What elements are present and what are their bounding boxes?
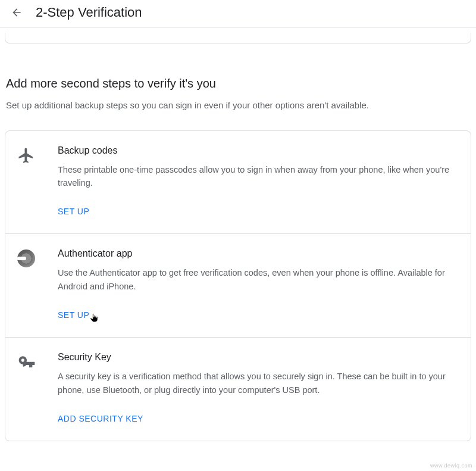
option-content: Backup codes These printable one-time pa… <box>58 145 456 217</box>
previous-card-bottom <box>5 33 471 43</box>
arrow-left-icon <box>11 7 23 18</box>
option-title: Security Key <box>58 352 456 363</box>
option-backup-codes: Backup codes These printable one-time pa… <box>5 131 471 234</box>
add-security-key-button[interactable]: ADD SECURITY KEY <box>58 414 143 423</box>
section-heading: Add more second steps to verify it's you <box>5 77 471 91</box>
option-title: Authenticator app <box>58 248 456 259</box>
section-add-steps: Add more second steps to verify it's you… <box>0 77 476 441</box>
authenticator-icon <box>17 248 39 320</box>
setup-backup-codes-button[interactable]: SET UP <box>58 207 89 216</box>
top-header: 2-Step Verification <box>0 0 476 28</box>
option-content: Security Key A security key is a verific… <box>58 352 456 424</box>
options-card: Backup codes These printable one-time pa… <box>5 130 471 442</box>
option-title: Backup codes <box>58 145 456 156</box>
key-icon <box>17 352 39 424</box>
setup-authenticator-button[interactable]: SET UP <box>58 310 89 320</box>
section-subheading: Set up additional backup steps so you ca… <box>5 99 471 113</box>
option-authenticator-app: Authenticator app Use the Authenticator … <box>5 233 471 337</box>
pointer-cursor-icon <box>89 312 99 326</box>
option-description: These printable one-time passcodes allow… <box>58 163 456 190</box>
option-content: Authenticator app Use the Authenticator … <box>58 248 456 320</box>
option-description: Use the Authenticator app to get free ve… <box>58 266 456 293</box>
airplane-icon <box>17 145 39 217</box>
back-button[interactable] <box>10 5 24 20</box>
option-description: A security key is a verification method … <box>58 370 456 397</box>
page-title: 2-Step Verification <box>36 5 142 20</box>
option-security-key: Security Key A security key is a verific… <box>5 337 471 441</box>
